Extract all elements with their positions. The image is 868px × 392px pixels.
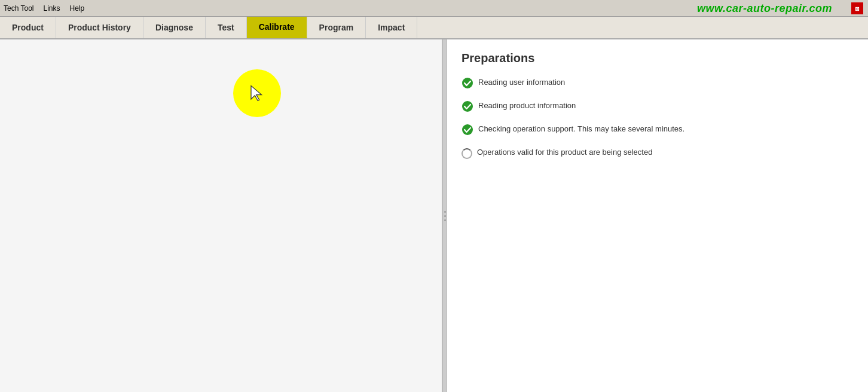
main-content: Preparations Reading user information Re…	[0, 39, 868, 392]
prep-item-1: Reading user information	[461, 77, 854, 91]
splitter[interactable]	[442, 39, 447, 392]
menu-help[interactable]: Help	[70, 4, 85, 13]
nav-product-history[interactable]: Product History	[56, 17, 143, 38]
prep-text-2: Reading product information	[478, 100, 576, 111]
prep-item-3: Checking operation support. This may tak…	[461, 124, 854, 137]
nav-diagnose[interactable]: Diagnose	[143, 17, 206, 38]
menu-tech-tool[interactable]: Tech Tool	[4, 4, 33, 13]
cursor-icon	[248, 84, 266, 102]
cursor-area	[233, 69, 281, 117]
left-panel	[0, 39, 442, 392]
check-done-icon-3	[461, 124, 473, 137]
loading-icon-4	[461, 148, 472, 161]
preparations-title: Preparations	[461, 51, 854, 65]
svg-text:⊠: ⊠	[855, 6, 860, 12]
menu-bar: Tech Tool Links Help	[4, 4, 84, 13]
nav-bar: Product Product History Diagnose Test Ca…	[0, 17, 868, 39]
splitter-dot	[444, 215, 446, 217]
menu-links[interactable]: Links	[43, 4, 60, 13]
yellow-circle-cursor	[233, 69, 281, 117]
splitter-dot	[444, 211, 446, 213]
right-panel: Preparations Reading user information Re…	[447, 39, 868, 392]
nav-product[interactable]: Product	[0, 17, 56, 38]
prep-text-4: Operations valid for this product are be…	[477, 147, 652, 158]
check-done-icon-2	[461, 100, 473, 114]
nav-program[interactable]: Program	[307, 17, 366, 38]
svg-point-4	[462, 101, 473, 112]
title-bar-icon: ⊠	[851, 2, 863, 14]
splitter-dot	[444, 219, 446, 221]
nav-calibrate[interactable]: Calibrate	[247, 17, 307, 38]
nav-test[interactable]: Test	[206, 17, 247, 38]
prep-item-2: Reading product information	[461, 100, 854, 114]
svg-point-3	[462, 78, 473, 88]
watermark: www.car-auto-repair.com	[697, 2, 832, 15]
prep-text-1: Reading user information	[478, 77, 565, 88]
nav-impact[interactable]: Impact	[366, 17, 417, 38]
prep-text-3: Checking operation support. This may tak…	[478, 124, 684, 134]
svg-marker-2	[251, 86, 262, 101]
title-bar: Tech Tool Links Help www.car-auto-repair…	[0, 0, 868, 17]
check-done-icon-1	[461, 77, 473, 91]
svg-point-5	[462, 124, 473, 135]
prep-item-4: Operations valid for this product are be…	[461, 147, 854, 161]
